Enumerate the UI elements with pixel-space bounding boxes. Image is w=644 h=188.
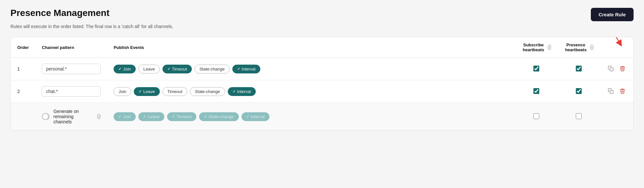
checkmark-icon: ✓ — [118, 67, 121, 71]
presence-hb-checkbox-2[interactable] — [576, 88, 582, 94]
arrow-annotation — [614, 37, 627, 47]
catch-all-info-icon: i — [97, 114, 100, 119]
copy-button-2[interactable] — [606, 87, 615, 96]
page-subtitle: Rules will execute in the order listed. … — [10, 24, 634, 29]
row-subscribe-hb-2 — [515, 80, 558, 103]
checkmark-icon: ✓ — [233, 89, 236, 94]
subscribe-heartbeats-info-icon: i — [548, 45, 551, 50]
row-subscribe-hb-1 — [515, 58, 558, 80]
row-presence-hb-2 — [558, 80, 600, 103]
catch-all-row: Generate on remaining channels i ✓ Join✓… — [11, 103, 633, 131]
row-order-2: 2 — [11, 80, 35, 103]
create-rule-button[interactable]: Create Rule — [591, 8, 634, 21]
copy-icon — [608, 88, 614, 94]
event-tag-leave[interactable]: ✓ Leave — [134, 87, 160, 96]
col-header-events: Publish Events — [107, 37, 515, 58]
delete-icon — [620, 88, 625, 94]
row-actions-1 — [600, 58, 633, 80]
catch-all-toggle-slider — [42, 113, 49, 120]
catch-all-presence-hb — [558, 103, 600, 131]
event-tag-interval[interactable]: ✓ Interval — [228, 87, 256, 96]
row-channel-2 — [35, 80, 107, 103]
catch-all-event-tag-state-change: ✓ State-change — [199, 112, 238, 121]
col-header-presence-heartbeats: Presence heartbeats i — [558, 37, 600, 58]
catch-all-event-tag-interval: ✓ Interval — [241, 112, 270, 121]
col-header-order: Order — [11, 37, 35, 58]
catch-all-channel: Generate on remaining channels i — [35, 103, 107, 131]
subscribe-hb-checkbox-1[interactable] — [533, 66, 539, 71]
catch-all-event-tag-timeout: ✓ Timeout — [167, 112, 196, 121]
row-channel-1 — [35, 58, 107, 80]
checkmark-icon: ✓ — [118, 115, 121, 119]
row-events-2: Join✓ LeaveTimeoutState-change✓ Interval — [107, 80, 515, 103]
channel-input-1[interactable] — [42, 64, 100, 74]
catch-all-subscribe-hb — [515, 103, 558, 131]
event-tag-state-change[interactable]: State-change — [190, 87, 225, 96]
catch-all-label: Generate on remaining channels — [54, 109, 92, 124]
checkmark-icon: ✓ — [204, 115, 207, 119]
row-events-1: ✓ JoinLeave✓ TimeoutState-change✓ Interv… — [107, 58, 515, 80]
event-tag-timeout[interactable]: Timeout — [162, 87, 187, 96]
rules-table-container: Order Channel pattern Publish Events Sub… — [10, 37, 634, 131]
delete-button-1[interactable] — [618, 64, 627, 74]
subscribe-hb-checkbox-2[interactable] — [533, 88, 539, 94]
event-tag-join[interactable]: ✓ Join — [114, 65, 136, 73]
delete-icon — [620, 66, 625, 71]
catch-all-order — [11, 103, 35, 131]
svg-rect-2 — [610, 90, 613, 93]
presence-heartbeats-info-icon: i — [590, 45, 593, 50]
event-tag-join[interactable]: Join — [114, 87, 131, 96]
catch-all-event-tag-leave: ✓ Leave — [138, 112, 164, 121]
col-header-actions — [600, 37, 633, 58]
row-actions-2 — [600, 80, 633, 103]
checkmark-icon: ✓ — [172, 115, 175, 119]
table-row: 1✓ JoinLeave✓ TimeoutState-change✓ Inter… — [11, 58, 633, 80]
event-tag-state-change[interactable]: State-change — [194, 65, 229, 73]
page-title: Presence Management — [10, 8, 109, 18]
svg-line-0 — [614, 37, 620, 44]
checkmark-icon: ✓ — [139, 89, 142, 94]
channel-input-2[interactable] — [42, 86, 100, 97]
catch-all-events: ✓ Join✓ Leave✓ Timeout✓ State-change✓ In… — [107, 103, 515, 131]
rules-table: Order Channel pattern Publish Events Sub… — [11, 37, 633, 130]
checkmark-icon: ✓ — [143, 115, 146, 119]
catch-all-toggle[interactable] — [42, 113, 49, 120]
event-tag-timeout[interactable]: ✓ Timeout — [162, 65, 192, 73]
checkmark-icon: ✓ — [237, 67, 240, 71]
event-tag-interval[interactable]: ✓ Interval — [232, 65, 261, 73]
copy-button-1[interactable] — [606, 64, 615, 74]
delete-button-2[interactable] — [618, 87, 627, 96]
col-header-channel: Channel pattern — [35, 37, 107, 58]
checkmark-icon: ✓ — [246, 115, 249, 119]
checkmark-icon: ✓ — [167, 67, 170, 71]
copy-icon — [608, 66, 614, 71]
row-order-1: 1 — [11, 58, 35, 80]
event-tag-leave[interactable]: Leave — [138, 65, 160, 73]
table-row: 2Join✓ LeaveTimeoutState-change✓ Interva… — [11, 80, 633, 103]
col-header-subscribe-heartbeats: Subscribe heartbeats i — [515, 37, 558, 58]
catch-all-presence-hb-checkbox[interactable] — [576, 113, 582, 119]
svg-rect-1 — [610, 68, 613, 71]
row-presence-hb-1 — [558, 58, 600, 80]
catch-all-event-tag-join: ✓ Join — [114, 112, 136, 121]
presence-hb-checkbox-1[interactable] — [576, 66, 582, 71]
catch-all-subscribe-hb-checkbox[interactable] — [533, 113, 539, 119]
catch-all-actions — [600, 103, 633, 131]
